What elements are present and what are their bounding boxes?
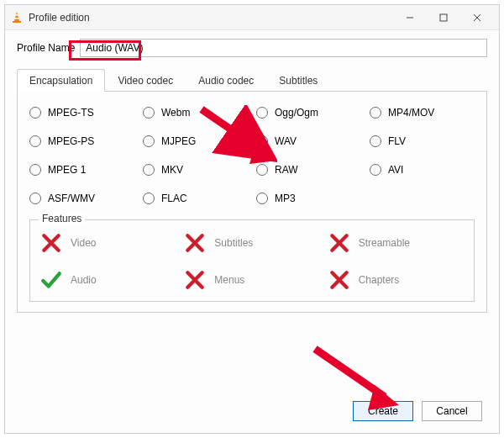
svg-rect-2 bbox=[14, 18, 18, 19]
window-title: Profile edition bbox=[29, 12, 393, 24]
tab-label: Video codec bbox=[118, 75, 173, 87]
radio-mpeg-ts[interactable]: MPEG-TS bbox=[29, 107, 134, 119]
titlebar: Profile edition bbox=[5, 5, 499, 30]
feature-label: Menus bbox=[214, 274, 244, 286]
tab-label: Encapsulation bbox=[29, 75, 92, 87]
radio-label: FLV bbox=[388, 135, 406, 147]
radio-icon bbox=[370, 135, 381, 147]
cross-icon bbox=[328, 232, 350, 254]
radio-mpeg-ps[interactable]: MPEG-PS bbox=[29, 135, 134, 147]
feature-audio: Audio bbox=[40, 269, 176, 291]
feature-chapters: Chapters bbox=[328, 269, 464, 291]
feature-label: Subtitles bbox=[214, 237, 253, 249]
radio-mpeg-1[interactable]: MPEG 1 bbox=[29, 164, 134, 176]
feature-menus: Menus bbox=[184, 269, 319, 291]
tab-label: Subtitles bbox=[279, 75, 318, 87]
tab-video-codec[interactable]: Video codec bbox=[105, 69, 186, 92]
tab-bar: Encapsulation Video codec Audio codec Su… bbox=[17, 69, 487, 92]
radio-label: MPEG 1 bbox=[48, 164, 86, 176]
minimize-button[interactable] bbox=[393, 6, 427, 29]
tab-panel-encapsulation: MPEG-TS Webm Ogg/Ogm MP4/MOV MPEG-PS MJP… bbox=[17, 92, 487, 313]
radio-icon bbox=[29, 107, 41, 119]
radio-mjpeg[interactable]: MJPEG bbox=[143, 135, 248, 147]
feature-streamable: Streamable bbox=[328, 232, 464, 254]
feature-subtitles: Subtitles bbox=[184, 232, 319, 254]
radio-icon bbox=[29, 135, 41, 147]
radio-icon bbox=[370, 107, 381, 119]
cross-icon bbox=[40, 232, 62, 254]
svg-marker-0 bbox=[14, 12, 19, 21]
feature-label: Streamable bbox=[359, 237, 410, 249]
vlc-cone-icon bbox=[10, 11, 24, 24]
feature-label: Chapters bbox=[359, 274, 400, 286]
features-legend: Features bbox=[39, 213, 85, 224]
cross-icon bbox=[184, 232, 206, 254]
radio-icon bbox=[143, 164, 155, 176]
radio-label: Webm bbox=[161, 107, 190, 119]
radio-label: MKV bbox=[161, 164, 183, 176]
radio-wav[interactable]: WAV bbox=[256, 135, 361, 147]
check-icon bbox=[40, 269, 62, 291]
radio-icon bbox=[256, 193, 268, 204]
cancel-button[interactable]: Cancel bbox=[422, 401, 482, 421]
tab-label: Audio codec bbox=[198, 75, 254, 87]
feature-video: Video bbox=[40, 232, 176, 254]
radio-icon bbox=[29, 164, 41, 176]
radio-label: AVI bbox=[388, 164, 403, 176]
feature-label: Video bbox=[71, 237, 96, 249]
cross-icon bbox=[184, 269, 206, 291]
radio-mp3[interactable]: MP3 bbox=[256, 193, 361, 204]
radio-mp4-mov[interactable]: MP4/MOV bbox=[370, 107, 475, 119]
radio-icon bbox=[256, 164, 268, 176]
close-button[interactable] bbox=[460, 6, 494, 29]
radio-webm[interactable]: Webm bbox=[143, 107, 248, 119]
svg-rect-5 bbox=[440, 14, 447, 21]
feature-label: Audio bbox=[71, 274, 97, 286]
radio-label: MP4/MOV bbox=[388, 107, 434, 119]
radio-label: RAW bbox=[275, 164, 298, 176]
radio-icon bbox=[143, 135, 155, 147]
tab-audio-codec[interactable]: Audio codec bbox=[186, 69, 266, 92]
tab-encapsulation[interactable]: Encapsulation bbox=[17, 69, 105, 92]
radio-label: FLAC bbox=[161, 193, 187, 204]
radio-mkv[interactable]: MKV bbox=[143, 164, 248, 176]
radio-flac[interactable]: FLAC bbox=[143, 193, 248, 204]
button-label: Create bbox=[368, 405, 398, 417]
tab-subtitles[interactable]: Subtitles bbox=[266, 69, 330, 92]
cross-icon bbox=[328, 269, 350, 291]
radio-label: MP3 bbox=[275, 193, 296, 204]
format-radio-grid: MPEG-TS Webm Ogg/Ogm MP4/MOV MPEG-PS MJP… bbox=[29, 107, 475, 204]
features-grid: Video Subtitles Streamable Audio Menus bbox=[40, 232, 464, 291]
radio-label: MPEG-PS bbox=[48, 135, 94, 147]
radio-ogg[interactable]: Ogg/Ogm bbox=[256, 107, 361, 119]
radio-icon bbox=[143, 107, 155, 119]
profile-name-row: Profile Name bbox=[5, 30, 499, 62]
radio-label: WAV bbox=[275, 135, 297, 147]
features-group: Features Video Subtitles Streamable Audi… bbox=[29, 219, 475, 302]
dialog-button-row: Create Cancel bbox=[353, 401, 482, 421]
radio-asf-wmv[interactable]: ASF/WMV bbox=[29, 193, 134, 204]
radio-avi[interactable]: AVI bbox=[370, 164, 475, 176]
radio-label: MPEG-TS bbox=[48, 107, 94, 119]
radio-icon bbox=[370, 164, 381, 176]
radio-label: ASF/WMV bbox=[48, 193, 95, 204]
radio-flv[interactable]: FLV bbox=[370, 135, 475, 147]
radio-icon bbox=[256, 135, 268, 147]
create-button[interactable]: Create bbox=[353, 401, 413, 421]
radio-icon bbox=[143, 193, 155, 204]
radio-icon bbox=[29, 193, 41, 204]
button-label: Cancel bbox=[436, 405, 467, 417]
svg-rect-3 bbox=[13, 21, 21, 23]
svg-rect-1 bbox=[15, 14, 18, 16]
radio-label: MJPEG bbox=[161, 135, 196, 147]
profile-name-input[interactable] bbox=[80, 39, 487, 57]
dialog-profile-edition: Profile edition Profile Name Encapsulati… bbox=[4, 4, 500, 434]
radio-raw[interactable]: RAW bbox=[256, 164, 361, 176]
radio-icon bbox=[256, 107, 268, 119]
maximize-button[interactable] bbox=[427, 6, 460, 29]
window-controls bbox=[393, 6, 494, 29]
profile-name-label: Profile Name bbox=[17, 42, 75, 54]
radio-label: Ogg/Ogm bbox=[275, 107, 318, 119]
